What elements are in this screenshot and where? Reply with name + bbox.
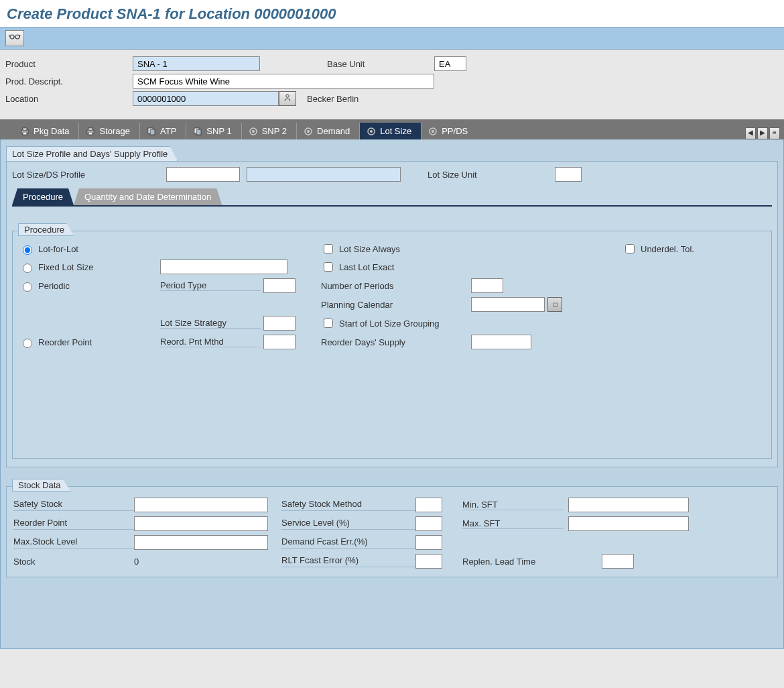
lot-size-profile-desc-input[interactable] — [247, 167, 401, 182]
tab-snp2[interactable]: SNP 2 — [241, 123, 296, 139]
location-text: Becker Berlin — [307, 94, 358, 104]
tab-atp[interactable]: ATP — [139, 123, 186, 139]
last-lot-exact-label: Last Lot Exact — [339, 262, 394, 272]
circle-icon — [367, 127, 376, 136]
group-title: Lot Size Profile and Days' Supply Profil… — [6, 146, 178, 161]
tab-label: SNP 1 — [206, 126, 231, 136]
safety-stock-input[interactable] — [134, 498, 268, 512]
svg-point-20 — [432, 130, 434, 133]
rlt-fcast-err-input[interactable] — [415, 554, 442, 569]
underdel-tol-checkbox[interactable] — [625, 244, 635, 253]
start-lot-grouping-label: Start of Lot Size Grouping — [339, 319, 440, 329]
tab-label: Storage — [99, 126, 130, 136]
descript-label: Prod. Descript. — [5, 76, 133, 87]
periodic-radio[interactable] — [23, 282, 32, 292]
demand-fcast-err-input[interactable] — [415, 535, 442, 550]
circle-icon — [304, 127, 313, 136]
reord-pnt-mthd-label: Reord. Pnt Mthd — [160, 337, 261, 347]
tab-label: Pkg Data — [34, 126, 69, 136]
location-label: Location — [5, 94, 133, 104]
fixed-lot-radio[interactable] — [23, 264, 32, 273]
subtab-procedure[interactable]: Procedure — [12, 188, 74, 205]
lot-size-profile-input[interactable] — [166, 167, 240, 182]
max-stock-input[interactable] — [134, 535, 268, 550]
tab-snp1[interactable]: SNP 1 — [186, 123, 241, 139]
stock-value: 0 — [134, 557, 281, 567]
lot-size-strategy-input[interactable] — [263, 316, 296, 331]
tab-scroll-right-button[interactable]: ▶ — [757, 127, 768, 139]
tab-label: ATP — [160, 126, 176, 136]
start-lot-grouping-checkbox[interactable] — [324, 319, 333, 328]
tab-content-lot-size: Lot Size Profile and Days' Supply Profil… — [0, 139, 784, 649]
demand-fcast-err-label: Demand Fcast Err.(%) — [281, 536, 415, 549]
fixed-lot-input[interactable] — [160, 260, 287, 274]
subtab-procedure-content: Procedure Lot-for-Lot Lot Size Always — [12, 205, 772, 459]
header-form: Product Base Unit Prod. Descript. Locati… — [0, 50, 784, 119]
tab-list-button[interactable]: ≡ — [769, 127, 780, 139]
lot-for-lot-radio[interactable] — [23, 245, 32, 255]
lot-size-unit-input[interactable] — [555, 167, 582, 182]
main-tabstrip: Pkg Data Storage ATP SNP 1 SNP 2 Demand … — [0, 119, 784, 139]
rlt-fcast-err-label: RLT Fcast Error (%) — [281, 555, 415, 567]
last-lot-exact-checkbox[interactable] — [324, 262, 333, 272]
num-periods-label: Number of Periods — [321, 281, 468, 291]
tab-demand[interactable]: Demand — [296, 123, 359, 139]
circle-icon — [249, 127, 258, 136]
planning-calendar-input[interactable] — [471, 297, 545, 312]
tab-storage[interactable]: Storage — [78, 123, 139, 139]
reorder-days-supply-label: Reorder Days' Supply — [321, 337, 468, 347]
tab-ppds[interactable]: PP/DS — [421, 123, 477, 139]
reorder-point-radio[interactable] — [23, 339, 32, 348]
safety-stock-method-input[interactable] — [415, 498, 442, 512]
min-sft-input[interactable] — [568, 498, 689, 512]
svg-point-18 — [370, 130, 373, 133]
tab-label: Demand — [317, 126, 350, 136]
glasses-button[interactable] — [5, 30, 24, 46]
location-input[interactable] — [133, 91, 279, 106]
planning-calendar-button[interactable]: ◻ — [547, 297, 562, 312]
reorder-days-supply-input[interactable] — [471, 335, 531, 349]
lot-size-strategy-label: Lot Size Strategy — [160, 318, 261, 329]
max-sft-input[interactable] — [568, 516, 689, 531]
svg-rect-12 — [196, 129, 201, 135]
copy-icon — [193, 127, 202, 136]
copy-icon — [147, 127, 156, 136]
lot-size-profile-label: Lot Size/DS Profile — [12, 170, 166, 180]
stock-data-title: Stock Data — [12, 479, 71, 492]
reord-pnt-mthd-input[interactable] — [263, 335, 296, 349]
svg-point-1 — [15, 35, 19, 39]
reorder-point-stock-label: Reorder Point — [13, 518, 134, 530]
replen-lead-time-label: Replen. Lead Time — [462, 557, 596, 567]
base-unit-label: Base Unit — [327, 59, 434, 69]
max-sft-label: Max. SFT — [462, 518, 563, 529]
tab-lot-size[interactable]: Lot Size — [359, 123, 421, 139]
svg-rect-4 — [23, 128, 27, 130]
procedure-group: Procedure Lot-for-Lot Lot Size Always — [12, 231, 772, 459]
periodic-label: Periodic — [38, 281, 70, 291]
lot-size-always-checkbox[interactable] — [324, 244, 333, 253]
svg-rect-10 — [150, 129, 155, 135]
underdel-tol-label: Underdel. Tol. — [641, 244, 694, 254]
reorder-point-stock-input[interactable] — [134, 516, 268, 531]
lot-size-always-label: Lot Size Always — [339, 244, 400, 254]
tab-label: SNP 2 — [262, 126, 287, 136]
period-type-input[interactable] — [263, 278, 296, 293]
product-label: Product — [5, 59, 133, 69]
sub-tabstrip: Procedure Quantity and Date Determinatio… — [12, 188, 772, 205]
tab-pkg-data[interactable]: Pkg Data — [13, 123, 78, 139]
subtab-qdd[interactable]: Quantity and Date Determination — [74, 188, 222, 205]
toolbar — [0, 27, 784, 50]
product-input[interactable] — [133, 56, 260, 71]
base-unit-input[interactable] — [434, 56, 466, 71]
descript-input[interactable] — [133, 74, 434, 89]
lot-for-lot-label: Lot-for-Lot — [38, 244, 78, 254]
tab-scroll-left-button[interactable]: ◀ — [745, 127, 756, 139]
service-level-input[interactable] — [415, 516, 442, 531]
num-periods-input[interactable] — [471, 278, 503, 293]
replen-lead-time-input[interactable] — [602, 554, 634, 569]
location-search-button[interactable] — [279, 91, 296, 106]
glasses-icon — [9, 33, 21, 43]
safety-stock-method-label: Safety Stock Method — [281, 499, 415, 511]
fixed-lot-label: Fixed Lot Size — [38, 262, 93, 272]
reorder-point-label: Reorder Point — [38, 337, 92, 347]
